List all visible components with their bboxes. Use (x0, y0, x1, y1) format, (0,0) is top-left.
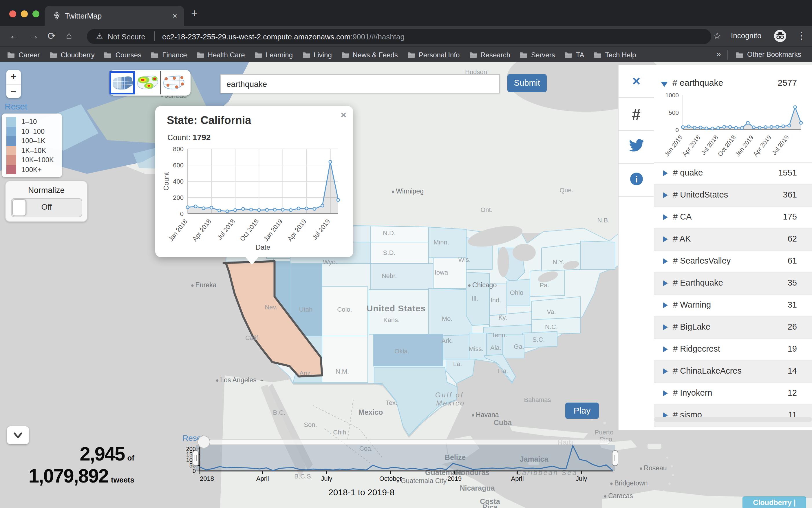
bookmark-item[interactable]: Servers (519, 51, 555, 59)
new-tab-button[interactable]: + (191, 7, 198, 20)
bookmark-item[interactable]: Cloudberry (49, 51, 94, 59)
layer-choropleth-thumb[interactable] (110, 71, 135, 94)
legend-row: 10–100 (6, 127, 62, 136)
other-bookmarks-button[interactable]: Other Bookmarks (735, 50, 801, 58)
bookmark-star-icon[interactable]: ☆ (713, 30, 721, 41)
hashtag-label: # Ridgecrest (673, 344, 720, 353)
browser-tab[interactable]: TwitterMap × (45, 6, 184, 26)
svg-text:0: 0 (180, 210, 183, 217)
folder-icon (469, 51, 477, 58)
bookmarks-bar: CareerCloudberryCoursesFinanceHealth Car… (0, 46, 812, 62)
hashtag-count: 35 (788, 278, 797, 287)
hashtag-label: # Earthquake (673, 278, 723, 287)
collapse-triangle-icon[interactable] (661, 82, 668, 87)
sidebar-tab-close[interactable]: × (618, 65, 654, 98)
bookmark-item[interactable]: TA (564, 51, 584, 59)
hashtag-row[interactable]: # CA175 (654, 206, 812, 228)
normalize-toggle[interactable]: Off (11, 198, 82, 217)
expand-triangle-icon[interactable] (663, 324, 668, 330)
sidebar-tab-hashtag[interactable]: # (618, 98, 654, 131)
info-icon: i (629, 172, 643, 186)
hashtag-count: 19 (788, 344, 797, 353)
bookmark-item[interactable]: Tech Help (594, 51, 636, 59)
folder-icon (104, 51, 112, 58)
expand-triangle-icon[interactable] (663, 214, 668, 220)
cloudberry-video-badge[interactable]: Cloudberry | Video (742, 497, 806, 508)
layer-heatmap-thumb[interactable] (135, 71, 161, 94)
expand-triangle-icon[interactable] (663, 192, 668, 198)
layer-points-thumb[interactable] (161, 71, 186, 94)
home-icon[interactable]: ⌂ (66, 30, 72, 42)
hashtag-row[interactable]: # UnitedStates361 (654, 184, 812, 206)
incognito-avatar-icon[interactable] (774, 30, 786, 42)
legend-row: 1K–10K (6, 146, 62, 155)
hashtag-row[interactable]: # sismo11 (654, 404, 812, 426)
expand-triangle-icon[interactable] (663, 236, 668, 242)
reload-icon[interactable]: ⟳ (47, 30, 56, 42)
bookmark-item[interactable]: Health Care (196, 51, 245, 59)
submit-button[interactable]: Submit (507, 74, 547, 92)
play-button[interactable]: Play (565, 403, 599, 419)
expand-triangle-icon[interactable] (663, 346, 668, 352)
bookmark-label: Research (480, 51, 510, 59)
timeline-brush-handle[interactable] (193, 451, 199, 466)
expand-triangle-icon[interactable] (663, 390, 668, 396)
hashtag-row-expanded[interactable]: # earthquake257705001000Jan 2018Apr 2018… (654, 73, 812, 162)
hashtag-row[interactable]: # ChinaLakeAcres14 (654, 360, 812, 382)
browser-menu-icon[interactable]: ⋮ (797, 30, 806, 41)
timeline-brush[interactable] (196, 445, 615, 471)
timeline-panel: Reset 2001501005002018AprilJulyOctober20… (181, 433, 624, 504)
tab-close-icon[interactable]: × (173, 11, 177, 20)
back-icon[interactable]: ← (9, 30, 19, 42)
timeline-slider-track[interactable] (198, 440, 609, 444)
popup-close-icon[interactable]: × (341, 110, 346, 121)
expand-triangle-icon[interactable] (663, 369, 668, 374)
legend-row: 1–10 (6, 117, 62, 127)
legend-row: 100–1K (6, 136, 62, 146)
bookmark-label: News & Feeds (353, 51, 398, 59)
sidebar-tab-twitter[interactable] (618, 131, 654, 164)
timeline-slider-knob[interactable] (198, 436, 210, 448)
bookmarks-overflow-chevron[interactable]: » (717, 49, 721, 58)
expand-triangle-icon[interactable] (663, 302, 668, 308)
bookmark-item[interactable]: Finance (151, 51, 187, 59)
timeline-chart[interactable]: 2001501005002018AprilJulyOctober2019Apri… (181, 433, 624, 491)
search-input[interactable]: earthquake (220, 74, 500, 93)
hashtag-row[interactable]: # Warning31 (654, 294, 812, 316)
address-bar[interactable]: ⚠ Not Secure ec2-18-237-255-29.us-west-2… (87, 29, 711, 44)
bookmark-item[interactable]: Personal Info (407, 51, 460, 59)
hashtag-row[interactable]: # Inyokern12 (654, 382, 812, 404)
expand-triangle-icon[interactable] (663, 258, 668, 264)
hashtag-row[interactable]: # BigLake26 (654, 316, 812, 338)
folder-icon (49, 51, 57, 58)
zoom-in-button[interactable]: + (6, 70, 21, 84)
svg-text:Jul 2018: Jul 2018 (700, 134, 719, 156)
hashtag-row[interactable]: # Ridgecrest19 (654, 338, 812, 360)
bookmark-item[interactable]: Career (7, 51, 40, 59)
window-close-button[interactable] (9, 10, 16, 17)
forward-icon[interactable]: → (29, 30, 39, 42)
bookmark-item[interactable]: Courses (104, 51, 141, 59)
map-reset-link[interactable]: Reset (5, 101, 27, 111)
collapse-stats-button[interactable] (7, 426, 29, 444)
hashtag-row[interactable]: # quake1551 (654, 162, 812, 184)
hashtag-row[interactable]: # SearlesValley61 (654, 250, 812, 272)
hashtag-count: 26 (788, 322, 797, 331)
expand-triangle-icon[interactable] (663, 280, 668, 286)
sidebar-tab-info[interactable]: i (618, 164, 654, 197)
hashtag-list-scrollbar[interactable] (654, 417, 812, 422)
legend-swatch (6, 146, 16, 155)
window-zoom-button[interactable] (33, 10, 39, 17)
expand-triangle-icon[interactable] (663, 170, 668, 176)
window-minimize-button[interactable] (21, 10, 28, 17)
puerto-rico-island (647, 444, 661, 449)
hashtag-row[interactable]: # AK62 (654, 228, 812, 250)
bookmark-item[interactable]: Living (302, 51, 332, 59)
hashtag-row[interactable]: # California10 (654, 426, 812, 430)
bookmark-item[interactable]: Research (469, 51, 510, 59)
bookmark-item[interactable]: Learning (254, 51, 293, 59)
bookmark-item[interactable]: News & Feeds (341, 51, 398, 59)
timeline-brush-handle[interactable] (612, 451, 618, 466)
zoom-out-button[interactable]: − (6, 84, 21, 98)
hashtag-row[interactable]: # Earthquake35 (654, 272, 812, 294)
